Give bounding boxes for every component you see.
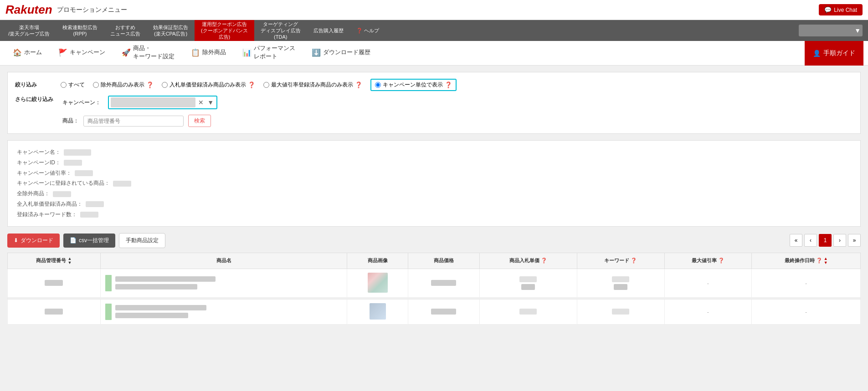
nav-cpa[interactable]: 効果保証型広告(楽天CPA広告): [147, 20, 195, 41]
nav-right: ▼: [799, 20, 866, 41]
th-max-discount-help-icon[interactable]: ❓: [718, 258, 724, 263]
manual-button[interactable]: 手動商品設定: [119, 233, 165, 248]
product-name-block-2: [115, 305, 206, 318]
filter-discount-label: 最大値引率登録済み商品のみ表示: [271, 81, 353, 89]
csv-button[interactable]: 📄 csv一括管理: [63, 234, 115, 248]
filter-max-discount[interactable]: 最大値引率登録済み商品のみ表示 ❓: [263, 81, 362, 89]
campaign-dropdown-button[interactable]: ▼: [206, 99, 215, 106]
table-header-row: 商品管理番号 ▲ ▼ 商品名 商品画像 商品価格: [8, 253, 861, 269]
filter-section: 絞り込み すべて 除外商品のみ表示 ❓ 入札単価登録済み商品のみ表示 ❓: [7, 72, 861, 134]
th-bid-price-label: 商品入札単価: [509, 258, 539, 263]
info-excluded-products-label: 全除外商品：: [17, 190, 50, 197]
filter-all-radio[interactable]: [61, 82, 67, 88]
page-last-button[interactable]: »: [848, 234, 861, 247]
cell-product-name-1: [100, 269, 347, 297]
filter-campaign-radio[interactable]: [375, 82, 381, 88]
subnav-download[interactable]: ⬇️ ダウンロード履歴: [303, 41, 379, 65]
filter-bid-radio[interactable]: [162, 82, 168, 88]
th-keyword: キーワード ❓: [577, 253, 664, 269]
top-header: Rakuten プロモーションメニュー Live Chat: [0, 0, 868, 20]
cell-product-price-2: [408, 299, 480, 324]
nav-dropdown[interactable]: ▼: [799, 25, 863, 36]
live-chat-button[interactable]: Live Chat: [819, 4, 863, 15]
page-prev-button[interactable]: ‹: [804, 234, 817, 247]
sort-product-id[interactable]: ▲ ▼: [67, 257, 72, 265]
subnav-campaign-label: キャンペーン: [70, 48, 105, 56]
subnav-home[interactable]: 🏠 ホーム: [5, 41, 50, 65]
further-filter-label: さらに絞り込み: [15, 96, 53, 103]
nav-rpp[interactable]: 検索連動型広告(RPP): [56, 20, 104, 41]
info-keyword-count-label: 登録済みキーワード数：: [17, 211, 77, 218]
th-product-image: 商品画像: [347, 253, 408, 269]
cell-keyword-2: [577, 299, 664, 324]
guide-icon: 👤: [813, 50, 821, 57]
sub-nav-right: 👤 手順ガイド: [805, 41, 863, 66]
filter-all[interactable]: すべて: [61, 81, 85, 89]
table-row: - -: [8, 269, 861, 297]
filter-bid-help-icon[interactable]: ❓: [248, 81, 255, 88]
th-product-price-label: 商品価格: [434, 258, 454, 263]
nav-history[interactable]: 広告購入履歴: [307, 20, 350, 41]
nav-rakuten-market[interactable]: 楽天市場/楽天グループ広告: [2, 20, 56, 41]
nav-coupon-advance[interactable]: 運用型クーポン広告(クーポンアドバンス広告): [195, 20, 254, 41]
info-campaign-discount: キャンペーン値引率：: [17, 168, 851, 178]
subnav-campaign[interactable]: 🚩 キャンペーン: [50, 41, 113, 65]
filter-discount-help-icon[interactable]: ❓: [355, 81, 362, 88]
rakuten-logo: Rakuten: [5, 3, 52, 17]
info-campaign-name: キャンペーン名：: [17, 147, 851, 157]
page-first-button[interactable]: «: [790, 234, 802, 247]
th-bid-help-icon[interactable]: ❓: [541, 258, 547, 263]
th-product-id-label: 商品管理番号: [36, 257, 66, 264]
filter-bid-label: 入札単価登録済み商品のみ表示: [169, 81, 246, 89]
page-current-button[interactable]: 1: [819, 234, 832, 247]
sub-nav: 🏠 ホーム 🚩 キャンペーン 🚀 商品・キーワード設定 📋 除外商品 📊 パフォ…: [0, 41, 868, 66]
filter-excluded-radio[interactable]: [93, 82, 99, 88]
sort-down-icon[interactable]: ▼: [67, 261, 72, 265]
product-name-value-2a: [115, 305, 206, 310]
info-keyword-count: 登録済みキーワード数：: [17, 209, 851, 220]
product-name-value-1b: [115, 284, 197, 289]
filter-campaign-help-icon[interactable]: ❓: [445, 81, 452, 88]
info-section: キャンペーン名： キャンペーンID： キャンペーン値引率： キャンペーンに登録さ…: [7, 140, 861, 227]
nav-recommended[interactable]: おすすめニュース広告: [104, 20, 147, 41]
sort-down-icon-2[interactable]: ▼: [824, 261, 828, 265]
campaign-clear-button[interactable]: ✕: [197, 99, 205, 106]
product-search-button[interactable]: 検索: [188, 115, 211, 127]
product-price-value-1: [431, 280, 456, 286]
cell-max-discount-1: -: [664, 269, 752, 297]
nav-tda[interactable]: ターゲティングディスプレイ広告(TDA): [254, 20, 307, 41]
filter-discount-radio[interactable]: [263, 82, 269, 88]
info-campaign-id-value: [64, 160, 82, 166]
campaign-select-input[interactable]: [111, 97, 195, 107]
product-name-value-1a: [115, 276, 216, 282]
th-last-updated-help-icon[interactable]: ❓: [816, 258, 822, 264]
download-button[interactable]: ⬇ ダウンロード: [7, 234, 60, 248]
filter-campaign-unit[interactable]: キャンペーン単位で表示 ❓: [370, 79, 457, 91]
product-search-input[interactable]: [83, 116, 184, 127]
th-product-id: 商品管理番号 ▲ ▼: [8, 253, 101, 269]
subnav-performance[interactable]: 📊 パフォーマンスレポート: [234, 41, 303, 65]
filter-excluded-help-icon[interactable]: ❓: [146, 81, 154, 88]
max-discount-value-2: -: [707, 309, 709, 315]
th-product-name-label: 商品名: [216, 258, 231, 263]
filter-excluded-only[interactable]: 除外商品のみ表示 ❓: [93, 81, 154, 89]
filter-bid-registered[interactable]: 入札単価登録済み商品のみ表示 ❓: [162, 81, 255, 89]
page-next-button[interactable]: ›: [833, 234, 846, 247]
filter-all-label: すべて: [68, 81, 85, 89]
filter-label: 絞り込み: [15, 81, 51, 89]
bid-price-value-1b: [521, 284, 535, 290]
keyword-icon: 🚀: [122, 48, 131, 57]
subnav-excluded[interactable]: 📋 除外商品: [183, 41, 234, 65]
product-price-value-2: [431, 309, 456, 315]
sort-last-updated[interactable]: ▲ ▼: [824, 257, 828, 265]
nav-help[interactable]: ❓ ヘルプ: [350, 20, 385, 41]
subnav-keyword[interactable]: 🚀 商品・キーワード設定: [113, 41, 183, 65]
info-bid-registered-label: 全入札単価登録済み商品：: [17, 201, 82, 207]
info-campaign-name-label: キャンペーン名：: [17, 149, 61, 155]
guide-button[interactable]: 👤 手順ガイド: [805, 41, 863, 66]
product-table: 商品管理番号 ▲ ▼ 商品名 商品画像 商品価格: [7, 253, 861, 325]
th-product-image-label: 商品画像: [368, 258, 388, 263]
cell-product-id-2: [8, 299, 101, 324]
th-keyword-help-icon[interactable]: ❓: [631, 258, 637, 263]
cell-bid-price-2: [479, 299, 577, 324]
